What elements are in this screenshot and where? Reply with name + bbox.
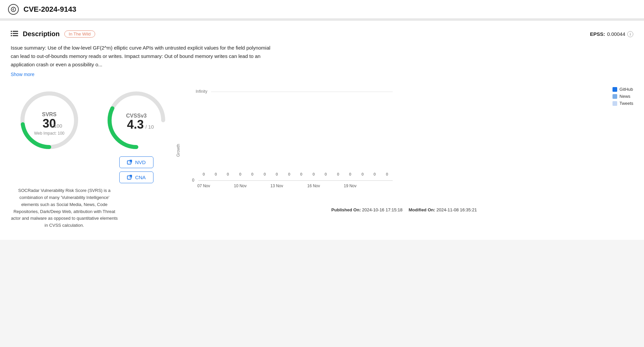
svg-rect-1 — [11, 31, 12, 32]
svg-text:0: 0 — [227, 172, 229, 176]
svrs-description: SOCRadar Vulnerability Risk Score (SVRS)… — [11, 187, 118, 229]
svg-text:0: 0 — [362, 172, 364, 176]
svg-text:/ 10: / 10 — [145, 124, 154, 130]
legend-github: GitHub — [613, 87, 633, 92]
svg-text:0: 0 — [349, 172, 351, 176]
published-label: Published On: — [331, 207, 361, 212]
back-button[interactable] — [8, 4, 19, 15]
show-more-link[interactable]: Show more — [11, 72, 35, 77]
svg-rect-6 — [13, 35, 18, 36]
svg-text:13 Nov: 13 Nov — [270, 184, 283, 188]
svg-text:0: 0 — [337, 172, 339, 176]
svg-text:19 Nov: 19 Nov — [344, 184, 357, 188]
svg-text:0: 0 — [300, 172, 302, 176]
chart-legend: GitHub News Tweets — [613, 87, 633, 106]
svg-text:4.3: 4.3 — [127, 118, 144, 131]
svg-text:0: 0 — [313, 172, 315, 176]
epss-value: 0.00044 — [607, 31, 625, 37]
footer-dates: Published On: 2024-10-16 17:15:18 Modifi… — [175, 207, 633, 212]
list-icon — [11, 30, 18, 38]
svg-text:0: 0 — [288, 172, 290, 176]
section-title: Description — [23, 30, 60, 38]
svg-text:0: 0 — [325, 172, 327, 176]
svg-text:/ 100: / 100 — [51, 123, 62, 129]
tweets-legend-dot — [613, 101, 617, 106]
y-axis-label: Growth — [176, 144, 181, 157]
svg-text:0: 0 — [215, 172, 217, 176]
legend-tweets: Tweets — [613, 101, 633, 106]
modified-value: 2024-11-08 16:35:21 — [436, 207, 477, 212]
news-legend-dot — [613, 94, 617, 99]
cna-button[interactable]: CNA — [119, 171, 153, 183]
page-title: CVE-2024-9143 — [23, 5, 76, 14]
info-icon[interactable]: i — [627, 31, 633, 37]
svg-rect-3 — [11, 33, 12, 34]
github-legend-dot — [613, 87, 617, 92]
nvd-button[interactable]: NVD — [119, 156, 153, 168]
svg-point-0 — [11, 7, 15, 11]
description-text: Issue summary: Use of the low-level GF(2… — [11, 44, 272, 69]
svg-rect-2 — [13, 31, 18, 32]
svg-rect-4 — [13, 33, 18, 34]
epss-label: EPSS: — [590, 31, 605, 37]
svg-rect-5 — [11, 35, 12, 36]
epss-info: EPSS: 0.00044 i — [590, 31, 633, 37]
svg-text:0: 0 — [276, 172, 278, 176]
svg-text:16 Nov: 16 Nov — [307, 184, 320, 188]
svg-text:0: 0 — [203, 172, 205, 176]
section-header: Description In The Wild EPSS: 0.00044 i — [11, 30, 633, 38]
svg-text:Web Impact: 100: Web Impact: 100 — [34, 131, 65, 136]
svg-text:0: 0 — [374, 172, 376, 176]
growth-chart: Infinity Growth 0 0 0 0 0 0 — [175, 87, 416, 201]
modified-label: Modified On: — [408, 207, 435, 212]
svg-text:07 Nov: 07 Nov — [197, 184, 210, 188]
published-value: 2024-10-16 17:15:18 — [362, 207, 403, 212]
legend-news: News — [613, 94, 633, 99]
in-the-wild-badge: In The Wild — [64, 30, 95, 38]
nvd-cna-buttons: NVD CNA — [119, 156, 153, 183]
svg-text:0: 0 — [386, 172, 388, 176]
svrs-gauge: SVRS 30 / 100 Web Impact: 100 — [11, 87, 88, 154]
y-zero-label: 0 — [192, 178, 194, 183]
cvss-gauge: CVSSv3 4.3 / 10 NVD — [98, 87, 175, 183]
infinity-label: Infinity — [196, 89, 207, 94]
svg-text:0: 0 — [239, 172, 241, 176]
svg-text:0: 0 — [264, 172, 266, 176]
svg-text:0: 0 — [251, 172, 253, 176]
svg-text:10 Nov: 10 Nov — [234, 184, 247, 188]
chart-panel: GitHub News Tweets Infinity — [175, 87, 633, 229]
